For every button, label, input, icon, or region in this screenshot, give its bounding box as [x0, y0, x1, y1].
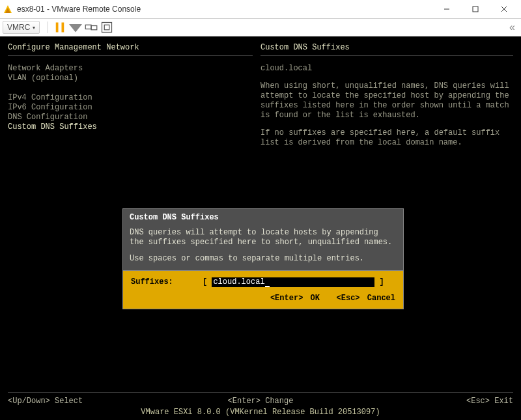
- svg-rect-10: [91, 26, 97, 30]
- right-header: Custom DNS Suffixes: [260, 43, 513, 53]
- menu-list[interactable]: Network AdaptersVLAN (optional) IPv4 Con…: [8, 64, 253, 132]
- console-upper: Configure Management Network Network Ada…: [8, 43, 513, 156]
- svg-marker-8: [69, 24, 82, 33]
- bracket-open: [: [203, 277, 212, 287]
- suffixes-input-row: Suffixes: [ cloud.local ]: [131, 277, 395, 287]
- suffixes-input-value: cloud.local: [213, 277, 264, 287]
- svg-rect-6: [56, 23, 59, 33]
- svg-rect-11: [102, 23, 112, 33]
- suffixes-label: Suffixes:: [131, 277, 203, 287]
- toolbar: VMRC ▾ «: [0, 19, 521, 36]
- right-column: Custom DNS Suffixes cloud.local When usi…: [260, 43, 513, 156]
- minimize-button[interactable]: [432, 1, 461, 18]
- dialog-body: Suffixes: [ cloud.local ] <Enter> OK <Es…: [123, 271, 403, 309]
- text-cursor: [265, 279, 270, 287]
- caret-down-icon: ▾: [33, 25, 35, 31]
- power-dropdown-caret[interactable]: [69, 21, 82, 34]
- version-line: VMware ESXi 8.0.0 (VMKernel Release Buil…: [8, 408, 513, 417]
- vmrc-menu-label: VMRC: [7, 23, 30, 32]
- status-bar: <Up/Down> Select <Enter> Change <Esc> Ex…: [8, 392, 513, 406]
- send-cad-button[interactable]: [85, 21, 98, 34]
- custom-dns-suffixes-dialog: Custom DNS Suffixes DNS queries will att…: [122, 208, 404, 309]
- dialog-help-2: Use spaces or commas to separate multipl…: [130, 254, 397, 264]
- status-left: <Up/Down> Select: [8, 397, 176, 406]
- bracket-close: ]: [374, 277, 384, 287]
- menu-item-ipv6-configuration[interactable]: IPv6 Configuration: [8, 103, 253, 113]
- titlebar: esx8-01 - VMware Remote Console: [0, 0, 521, 19]
- vmrc-menu-dropdown[interactable]: VMRC ▾: [3, 21, 40, 34]
- ok-button[interactable]: OK: [311, 294, 320, 303]
- menu-item-dns-configuration[interactable]: DNS Configuration: [8, 113, 253, 122]
- menu-item-vlan-optional-[interactable]: VLAN (optional): [8, 74, 253, 83]
- help-para-2: If no suffixes are specified here, a def…: [260, 128, 513, 148]
- right-divider: [260, 55, 513, 56]
- left-column: Configure Management Network Network Ada…: [8, 43, 260, 156]
- menu-item-ipv4-configuration[interactable]: IPv4 Configuration: [8, 93, 253, 103]
- svg-rect-12: [105, 25, 110, 30]
- left-header: Configure Management Network: [8, 43, 253, 53]
- menu-item-custom-dns-suffixes[interactable]: Custom DNS Suffixes: [8, 122, 253, 132]
- dialog-help-1: DNS queries will attempt to locate hosts…: [130, 228, 397, 247]
- maximize-button[interactable]: [461, 1, 490, 18]
- dialog-actions: <Enter> OK <Esc> Cancel: [131, 294, 395, 303]
- cancel-button[interactable]: Cancel: [367, 294, 395, 303]
- svg-rect-7: [62, 23, 64, 33]
- esxi-console: Configure Management Network Network Ada…: [0, 36, 521, 420]
- window-title: esx8-01 - VMware Remote Console: [17, 5, 432, 14]
- help-para-1: When using short, unqualified names, DNS…: [260, 81, 513, 120]
- close-button[interactable]: [490, 1, 518, 18]
- status-mid: <Enter> Change: [176, 397, 345, 406]
- status-right: <Esc> Exit: [345, 397, 513, 406]
- svg-rect-3: [473, 7, 478, 12]
- dialog-head: Custom DNS Suffixes DNS queries will att…: [123, 209, 403, 271]
- app-icon: [3, 4, 13, 14]
- fullscreen-button[interactable]: [100, 21, 113, 34]
- left-divider: [8, 55, 253, 56]
- cancel-key-hint: <Esc>: [337, 294, 360, 303]
- dialog-title: Custom DNS Suffixes: [130, 213, 397, 223]
- svg-rect-9: [86, 25, 92, 29]
- menu-item-network-adapters[interactable]: Network Adapters: [8, 64, 253, 74]
- more-menu-button[interactable]: «: [504, 21, 518, 33]
- current-suffix-value: cloud.local: [260, 64, 513, 74]
- pause-button[interactable]: [53, 21, 66, 34]
- toolbar-divider: [48, 21, 48, 33]
- ok-key-hint: <Enter>: [270, 294, 303, 303]
- app-window: esx8-01 - VMware Remote Console VMRC ▾: [0, 0, 521, 420]
- suffixes-input[interactable]: cloud.local: [212, 277, 374, 287]
